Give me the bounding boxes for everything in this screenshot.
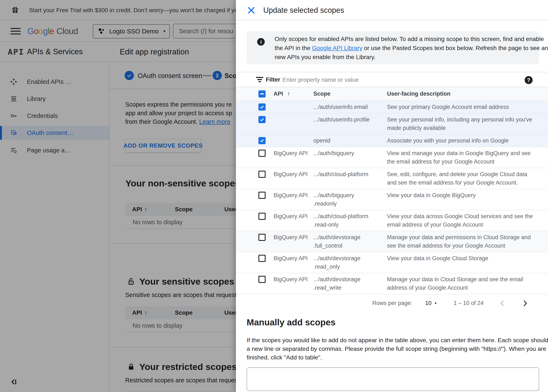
row-checkbox[interactable]: [259, 103, 266, 111]
row-scope: .../auth/devstorage.full_control: [313, 233, 387, 250]
row-description: View your data in Google Cloud Storage: [387, 254, 536, 271]
modal-scrim[interactable]: [0, 0, 236, 392]
row-checkbox[interactable]: [259, 255, 266, 262]
scope-row: openidAssociate you with your personal i…: [236, 134, 548, 147]
filter-bar: Filter ?: [236, 72, 548, 87]
manual-scopes-textarea[interactable]: [247, 367, 539, 391]
rows-per-page-value: 10: [425, 300, 431, 307]
rows-per-page-select[interactable]: 10 ▼: [425, 300, 437, 307]
chevron-down-icon: ▼: [434, 301, 437, 305]
info-text: Only scopes for enabled APIs are listed …: [275, 35, 548, 62]
row-checkbox[interactable]: [259, 150, 266, 157]
scope-row: BigQuery API.../auth/devstorage.read_onl…: [236, 252, 548, 273]
row-api: BigQuery API: [274, 149, 313, 166]
info-line3: new APIs you enable from the Library.: [275, 54, 375, 60]
row-checkbox[interactable]: [259, 137, 266, 144]
description-column-header: User-facing description: [387, 91, 451, 97]
row-description: See your primary Google Account email ad…: [387, 103, 536, 111]
scope-column-header: Scope: [313, 91, 330, 97]
row-description: Manage your data in Cloud Storage and se…: [387, 275, 536, 292]
scope-row: BigQuery API.../auth/bigquery.readonlyVi…: [236, 189, 548, 210]
panel-header: Update selected scopes: [236, 0, 548, 20]
scope-row: .../auth/userinfo.emailSee your primary …: [236, 101, 548, 113]
manually-add-scopes-desc: If the scopes you would like to add do n…: [247, 336, 548, 362]
row-description: View your data across Google Cloud servi…: [387, 212, 536, 229]
row-description: See your personal info, including any pe…: [387, 115, 536, 132]
manual-line2: a new line or separated by commas. Pleas…: [247, 345, 546, 352]
row-api: [274, 115, 313, 132]
pagination: Rows per page: 10 ▼ 1 – 10 of 24: [236, 294, 548, 312]
sort-asc-icon: ↑: [287, 91, 290, 97]
row-checkbox[interactable]: [259, 234, 266, 241]
api-column-header[interactable]: API: [274, 91, 283, 97]
filter-label: Filter: [266, 76, 280, 83]
manual-line1: If the scopes you would like to add do n…: [247, 337, 548, 343]
scope-row: BigQuery API.../auth/cloud-platform.read…: [236, 210, 548, 231]
prev-page-icon[interactable]: [498, 299, 506, 307]
row-description: View and manage your data in Google BigQ…: [387, 149, 536, 166]
row-checkbox[interactable]: [259, 276, 266, 283]
close-icon[interactable]: [246, 6, 256, 15]
scope-row: BigQuery API.../auth/bigqueryView and ma…: [236, 147, 548, 168]
row-api: BigQuery API: [274, 254, 313, 271]
row-api: [274, 103, 313, 111]
filter-input[interactable]: [282, 74, 510, 86]
table-header-row: API ↑ Scope User-facing description: [236, 87, 548, 101]
info-box: i Only scopes for enabled APIs are liste…: [247, 31, 539, 64]
scope-row: BigQuery API.../auth/cloud-platformSee, …: [236, 168, 548, 189]
row-scope: .../auth/bigquery.readonly: [313, 191, 387, 208]
row-checkbox[interactable]: [259, 213, 266, 220]
row-api: BigQuery API: [274, 191, 313, 208]
pagination-range: 1 – 10 of 24: [454, 300, 483, 307]
scopes-table: API ↑ Scope User-facing description .../…: [236, 87, 548, 322]
scope-row: .../auth/userinfo.profileSee your person…: [236, 113, 548, 134]
row-scope: .../auth/devstorage.read_write: [313, 275, 387, 292]
rows-per-page-label: Rows per page:: [372, 300, 412, 307]
row-description: Manage your data and permissions in Clou…: [387, 233, 536, 250]
row-scope: .../auth/userinfo.profile: [313, 115, 387, 132]
scope-row: BigQuery API.../auth/devstorage.read_wri…: [236, 273, 548, 294]
row-description: See, edit, configure, and delete your Go…: [387, 170, 536, 187]
update-scopes-panel: Update selected scopes i Only scopes for…: [236, 0, 548, 392]
help-icon[interactable]: ?: [525, 76, 533, 84]
row-description: View your data in Google BigQuery: [387, 191, 536, 208]
row-scope: .../auth/devstorage.read_only: [313, 254, 387, 271]
filter-icon: [256, 77, 263, 83]
row-description: Associate you with your personal info on…: [387, 136, 536, 145]
row-checkbox[interactable]: [259, 192, 266, 199]
row-api: BigQuery API: [274, 170, 313, 187]
row-checkbox[interactable]: [259, 171, 266, 178]
row-api: BigQuery API: [274, 233, 313, 250]
row-scope: .../auth/bigquery: [313, 149, 387, 166]
google-api-library-link[interactable]: Google API Library: [312, 45, 362, 51]
row-checkbox[interactable]: [259, 116, 266, 123]
panel-title: Update selected scopes: [263, 0, 344, 20]
row-api: BigQuery API: [274, 275, 313, 292]
row-api: [274, 136, 313, 145]
select-all-checkbox[interactable]: [259, 90, 266, 98]
info-line1: Only scopes for enabled APIs are listed …: [275, 35, 544, 42]
row-scope: .../auth/cloud-platform: [313, 170, 387, 187]
row-scope: openid: [313, 136, 387, 145]
manual-line3: finished, click "Add to table".: [247, 354, 322, 361]
info-line2b: or use the Pasted Scopes text box below.…: [362, 45, 548, 51]
info-icon: i: [257, 38, 265, 46]
screen: Start your Free Trial with $300 in credi…: [0, 0, 548, 392]
row-scope: .../auth/userinfo.email: [313, 103, 387, 111]
row-scope: .../auth/cloud-platform.read-only: [313, 212, 387, 229]
manually-add-scopes-heading: Manually add scopes: [247, 317, 335, 328]
row-api: BigQuery API: [274, 212, 313, 229]
scope-row: BigQuery API.../auth/devstorage.full_con…: [236, 231, 548, 252]
next-page-icon[interactable]: [521, 299, 529, 307]
info-line2a: the API in the: [275, 45, 312, 51]
